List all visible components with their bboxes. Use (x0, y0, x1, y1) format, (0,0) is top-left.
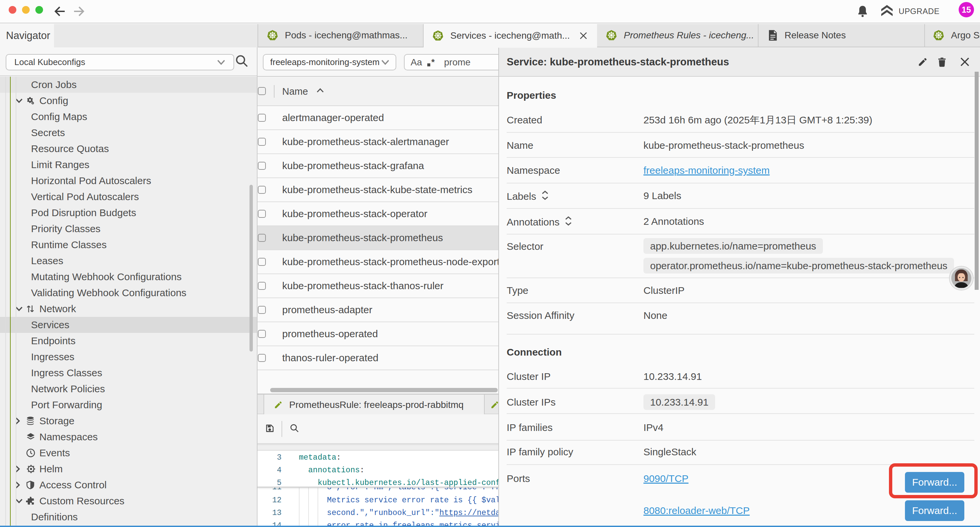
svg-text:*: * (431, 58, 435, 67)
